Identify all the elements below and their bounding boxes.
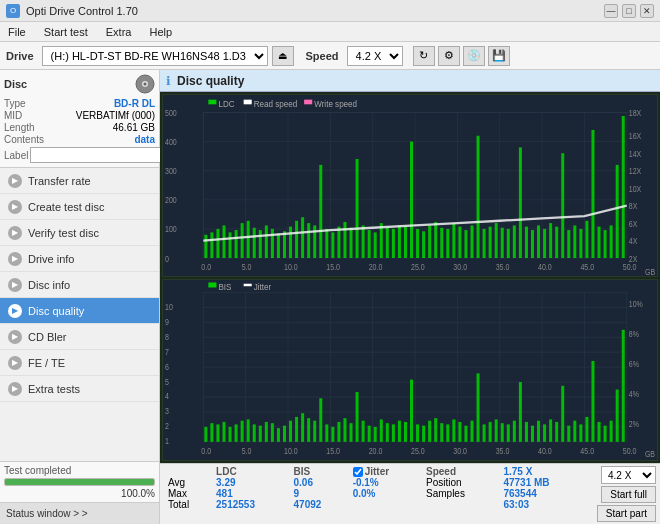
- maximize-button[interactable]: □: [622, 4, 636, 18]
- svg-rect-23: [208, 100, 216, 105]
- drive-select[interactable]: (H:) HL-DT-ST BD-RE WH16NS48 1.D3: [42, 46, 268, 66]
- col-jitter-check[interactable]: Jitter: [349, 466, 422, 477]
- svg-point-2: [144, 83, 147, 86]
- sidebar-item-fe-te[interactable]: ▶ FE / TE: [0, 350, 159, 376]
- svg-rect-53: [350, 228, 353, 258]
- svg-rect-214: [573, 420, 576, 441]
- svg-text:40.0: 40.0: [538, 446, 552, 456]
- svg-rect-50: [331, 232, 334, 258]
- time-label: [422, 499, 499, 510]
- svg-text:12X: 12X: [629, 167, 642, 177]
- sidebar-item-transfer-rate[interactable]: ▶ Transfer rate: [0, 168, 159, 194]
- sidebar-item-cd-bler[interactable]: ▶ CD Bler: [0, 324, 159, 350]
- svg-text:0: 0: [165, 254, 169, 264]
- svg-rect-96: [610, 225, 613, 258]
- svg-text:0.0: 0.0: [201, 262, 211, 272]
- drive-label: Drive: [6, 50, 34, 62]
- jitter-checkbox[interactable]: [353, 467, 363, 477]
- svg-text:5.0: 5.0: [242, 262, 252, 272]
- svg-text:1: 1: [165, 436, 169, 446]
- svg-text:Jitter: Jitter: [254, 281, 271, 292]
- settings-button[interactable]: ⚙: [438, 46, 460, 66]
- svg-rect-171: [313, 420, 316, 441]
- sidebar-item-label-fe-te: FE / TE: [28, 357, 65, 369]
- svg-rect-75: [483, 229, 486, 258]
- top-chart-svg: LDC Read speed Write speed: [163, 95, 657, 276]
- svg-rect-219: [604, 425, 607, 441]
- transfer-rate-icon: ▶: [8, 174, 22, 188]
- sidebar-item-disc-info[interactable]: ▶ Disc info: [0, 272, 159, 298]
- svg-rect-178: [356, 392, 359, 442]
- svg-rect-203: [507, 424, 510, 441]
- stats-row-total: Total 2512553 47092 63:03: [164, 499, 589, 510]
- svg-rect-199: [483, 424, 486, 441]
- svg-text:14X: 14X: [629, 149, 642, 159]
- menu-extra[interactable]: Extra: [102, 24, 136, 40]
- svg-rect-175: [337, 421, 340, 441]
- svg-rect-76: [489, 227, 492, 258]
- sidebar-item-label-disc-quality: Disc quality: [28, 305, 84, 317]
- speed-select[interactable]: 4.2 X: [347, 46, 403, 66]
- speed-stat-label: Speed: [426, 466, 456, 477]
- start-full-button[interactable]: Start full: [601, 486, 656, 503]
- svg-text:4: 4: [165, 391, 169, 401]
- svg-rect-209: [543, 424, 546, 441]
- sidebar-item-label-transfer-rate: Transfer rate: [28, 175, 91, 187]
- sidebar-item-disc-quality[interactable]: ▶ Disc quality: [0, 298, 159, 324]
- disc-contents-row: Contents data: [4, 134, 155, 145]
- svg-rect-166: [283, 425, 286, 441]
- start-part-button[interactable]: Start part: [597, 505, 656, 522]
- svg-rect-176: [343, 418, 346, 442]
- menu-starttest[interactable]: Start test: [40, 24, 92, 40]
- svg-rect-197: [470, 420, 473, 441]
- disc-label-input[interactable]: [30, 147, 163, 163]
- svg-rect-86: [549, 223, 552, 258]
- close-button[interactable]: ✕: [640, 4, 654, 18]
- col-bis: BIS: [290, 466, 349, 477]
- titlebar-left: O Opti Drive Control 1.70: [6, 4, 138, 18]
- svg-text:300: 300: [165, 167, 177, 177]
- svg-rect-69: [446, 229, 449, 258]
- stats-row-max: Max 481 9 0.0% Samples 763544: [164, 488, 589, 499]
- refresh-button[interactable]: ↻: [413, 46, 435, 66]
- svg-rect-48: [319, 165, 322, 258]
- svg-text:16X: 16X: [629, 132, 642, 142]
- svg-rect-85: [543, 229, 546, 258]
- svg-text:10.0: 10.0: [284, 262, 298, 272]
- svg-text:8: 8: [165, 332, 169, 342]
- svg-text:LDC: LDC: [218, 98, 234, 109]
- svg-text:Read speed: Read speed: [254, 98, 298, 109]
- svg-rect-157: [229, 426, 232, 441]
- svg-text:6X: 6X: [629, 219, 638, 229]
- svg-text:6%: 6%: [629, 359, 639, 369]
- samples-label: Samples: [422, 488, 499, 499]
- svg-rect-70: [452, 223, 455, 258]
- sidebar-item-verify-test-disc[interactable]: ▶ Verify test disc: [0, 220, 159, 246]
- minimize-button[interactable]: —: [604, 4, 618, 18]
- svg-rect-71: [458, 227, 461, 258]
- sidebar-item-extra-tests[interactable]: ▶ Extra tests: [0, 376, 159, 402]
- menu-help[interactable]: Help: [145, 24, 176, 40]
- menu-file[interactable]: File: [4, 24, 30, 40]
- progress-bar-inner: [5, 479, 154, 485]
- sidebar-item-drive-info[interactable]: ▶ Drive info: [0, 246, 159, 272]
- total-bis: 47092: [290, 499, 349, 510]
- svg-text:5: 5: [165, 376, 169, 386]
- status-window-button[interactable]: Status window > >: [0, 502, 159, 524]
- svg-text:20.0: 20.0: [369, 262, 383, 272]
- svg-rect-217: [591, 360, 594, 441]
- disc-contents-label: Contents: [4, 134, 44, 145]
- svg-rect-46: [307, 223, 310, 258]
- svg-rect-196: [464, 425, 467, 441]
- quality-speed-select[interactable]: 4.2 X: [601, 466, 656, 484]
- save-button[interactable]: 💾: [488, 46, 510, 66]
- samples-value: 763544: [499, 488, 588, 499]
- fe-te-icon: ▶: [8, 356, 22, 370]
- svg-rect-39: [265, 225, 268, 258]
- svg-rect-206: [525, 421, 528, 441]
- eject-button[interactable]: ⏏: [272, 46, 294, 66]
- disc-button[interactable]: 💿: [463, 46, 485, 66]
- svg-rect-218: [598, 421, 601, 441]
- sidebar-item-create-test-disc[interactable]: ▶ Create test disc: [0, 194, 159, 220]
- svg-text:20.0: 20.0: [369, 446, 383, 456]
